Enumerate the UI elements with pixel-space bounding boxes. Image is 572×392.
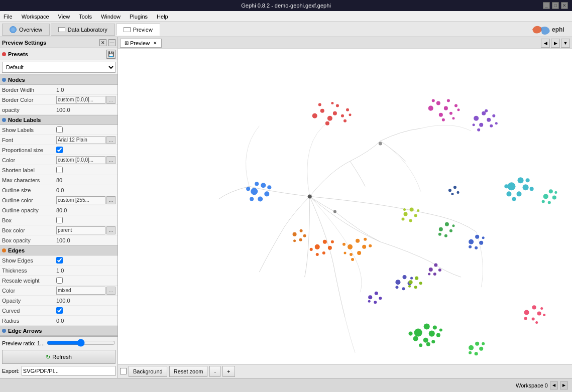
font-more-button[interactable]: ... xyxy=(106,136,116,144)
svg-point-108 xyxy=(395,280,400,285)
svg-point-130 xyxy=(423,338,428,343)
zoom-minus-button[interactable]: - xyxy=(209,366,220,377)
outline-color-more-button[interactable]: ... xyxy=(106,196,116,204)
expand-button[interactable]: ▼ xyxy=(561,39,570,48)
opacity-label: opacity xyxy=(2,107,56,113)
tab-data-laboratory[interactable]: Data Laboratory xyxy=(51,24,115,36)
svg-point-62 xyxy=(303,234,306,237)
box-checkbox[interactable] xyxy=(56,217,63,223)
workspace-next-button[interactable]: ▶ xyxy=(560,381,568,389)
svg-point-120 xyxy=(532,305,536,309)
menu-view[interactable]: View xyxy=(57,13,72,20)
rescale-weight-checkbox[interactable] xyxy=(56,277,63,284)
border-color-display[interactable]: custom [0,0,0]... xyxy=(56,96,105,104)
color-display[interactable]: custom [0,0,0]... xyxy=(56,156,105,164)
preview-ratio-label: Preview ratio: 1... xyxy=(2,340,45,346)
menu-file[interactable]: File xyxy=(2,13,14,20)
proportional-size-checkbox[interactable] xyxy=(56,147,63,153)
menu-plugins[interactable]: Plugins xyxy=(128,13,149,20)
shorten-label-checkbox[interactable] xyxy=(56,167,63,173)
color-text: custom [0,0,0]... xyxy=(58,157,93,163)
svg-point-26 xyxy=(482,111,486,115)
close-button[interactable]: ✕ xyxy=(561,2,568,9)
svg-point-134 xyxy=(409,332,413,336)
svg-point-125 xyxy=(543,314,545,316)
menu-window[interactable]: Window xyxy=(99,13,122,20)
svg-point-152 xyxy=(333,210,336,213)
minimize-button[interactable]: _ xyxy=(543,2,550,9)
maximize-button[interactable]: □ xyxy=(552,2,559,9)
svg-point-41 xyxy=(267,185,271,189)
show-labels-checkbox[interactable] xyxy=(56,126,63,133)
prev-button[interactable]: ◀ xyxy=(541,39,550,48)
preview-tab-bar: ⊞ Preview ✕ ◀ ▶ ▼ xyxy=(118,37,572,49)
tab-preview[interactable]: Preview xyxy=(116,24,160,36)
left-panel: Preview Settings ✕ — Presets 💾 Default N… xyxy=(0,37,118,378)
edges-color-more-button[interactable]: ... xyxy=(106,287,116,295)
edges-color-display[interactable]: mixed xyxy=(56,287,105,295)
workspace-prev-button[interactable]: ◀ xyxy=(550,381,558,389)
reset-zoom-button[interactable]: Reset zoom xyxy=(169,366,208,377)
tab-overview[interactable]: Overview xyxy=(2,24,50,36)
background-checkbox[interactable] xyxy=(120,368,127,374)
background-button[interactable]: Background xyxy=(129,366,167,377)
panel-title: Preview Settings xyxy=(2,40,97,46)
border-color-more-button[interactable]: ... xyxy=(106,96,116,104)
svg-point-35 xyxy=(251,188,258,195)
zoom-plus-button[interactable]: + xyxy=(222,366,235,377)
svg-point-77 xyxy=(452,224,454,227)
color-value: custom [0,0,0]... ... xyxy=(56,156,116,164)
svg-point-7 xyxy=(341,114,344,117)
panel-minimize-button[interactable]: — xyxy=(108,39,116,46)
preview-ratio-slider[interactable] xyxy=(47,339,116,347)
outline-color-text: custom [255... xyxy=(58,197,89,203)
outline-color-display[interactable]: custom [255... xyxy=(56,196,105,204)
svg-point-137 xyxy=(431,340,435,343)
svg-point-39 xyxy=(250,197,254,201)
svg-point-19 xyxy=(449,112,452,115)
svg-point-24 xyxy=(457,108,460,111)
svg-point-10 xyxy=(346,108,349,111)
export-row: Export: xyxy=(2,366,116,376)
svg-point-25 xyxy=(474,116,479,121)
preview-tab-icon xyxy=(124,27,131,32)
svg-point-89 xyxy=(552,195,556,199)
thickness-value: 1.0 xyxy=(56,268,116,274)
svg-point-46 xyxy=(357,251,361,255)
export-input[interactable] xyxy=(22,366,116,376)
presets-dropdown-row: Default xyxy=(0,60,118,75)
svg-point-139 xyxy=(469,345,474,350)
box-color-display[interactable]: parent xyxy=(56,226,105,234)
svg-point-49 xyxy=(369,244,372,247)
menu-help[interactable]: Help xyxy=(155,13,170,20)
curved-checkbox[interactable] xyxy=(56,307,63,314)
box-color-more-button[interactable]: ... xyxy=(106,226,116,234)
svg-point-65 xyxy=(404,212,408,216)
curved-row: Curved xyxy=(0,306,118,316)
font-display[interactable]: Arial 12 Plain xyxy=(56,136,105,144)
svg-point-57 xyxy=(316,253,319,256)
menu-workspace[interactable]: Workspace xyxy=(20,13,51,20)
show-edges-checkbox[interactable] xyxy=(56,257,63,264)
svg-point-8 xyxy=(318,103,321,106)
color-more-button[interactable]: ... xyxy=(106,156,116,164)
svg-point-70 xyxy=(417,209,419,212)
settings-scroll[interactable]: Nodes Border Width 1.0 Border Color cust… xyxy=(0,75,118,336)
refresh-button[interactable]: ↻ Refresh xyxy=(2,350,116,364)
menu-tools[interactable]: Tools xyxy=(77,13,93,20)
proportional-size-label: Proportional size xyxy=(2,147,56,153)
opacity-value: 100.0 xyxy=(56,107,116,113)
save-preset-button[interactable]: 💾 xyxy=(106,50,116,59)
svg-point-18 xyxy=(447,99,450,102)
svg-point-13 xyxy=(349,113,352,116)
panel-close-button[interactable]: ✕ xyxy=(99,39,106,46)
bottom-section: Preview ratio: 1... ↻ Refresh Export: xyxy=(0,336,118,378)
next-button[interactable]: ▶ xyxy=(551,39,560,48)
title-bar: Gephi 0.8.2 - demo-gephi.gexf.gephi _ □ … xyxy=(0,0,572,11)
preview-tab[interactable]: ⊞ Preview ✕ xyxy=(120,39,162,48)
svg-point-100 xyxy=(475,246,478,249)
svg-point-16 xyxy=(444,106,448,110)
preview-tab-close[interactable]: ✕ xyxy=(153,41,157,46)
border-color-value: custom [0,0,0]... ... xyxy=(56,96,116,104)
presets-dropdown[interactable]: Default xyxy=(2,62,116,73)
